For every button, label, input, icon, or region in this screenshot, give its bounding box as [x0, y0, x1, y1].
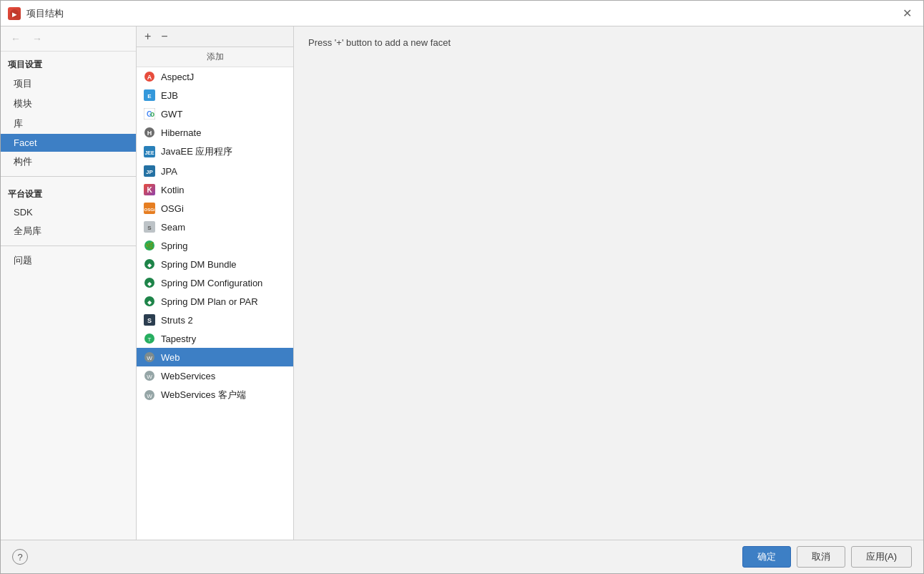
svg-text:W: W [147, 374, 152, 380]
title-bar: ▶ 项目结构 ✕ [1, 1, 923, 26]
list-item-javaee-label: JavaEE 应用程序 [161, 145, 232, 158]
list-item-springdmplan[interactable]: ◆ Spring DM Plan or PAR [137, 292, 293, 311]
osgi-icon: OSGi [144, 203, 155, 214]
svg-text:T: T [148, 336, 152, 343]
sidebar-divider-1 [1, 176, 136, 177]
sidebar-divider-2 [1, 245, 136, 246]
svg-text:◆: ◆ [147, 281, 152, 287]
list-item-tapestry-label: Tapestry [161, 334, 196, 344]
main-content: ← → 项目设置 项目 模块 库 Facet 构件 平台设置 SDK 全局库 问… [1, 26, 923, 540]
svg-text:A: A [147, 74, 152, 81]
svg-text:W: W [147, 393, 152, 399]
list-item-web-label: Web [161, 352, 180, 363]
list-item-springdmbundle[interactable]: ◆ Spring DM Bundle [137, 255, 293, 273]
sidebar: ← → 项目设置 项目 模块 库 Facet 构件 平台设置 SDK 全局库 问… [1, 26, 137, 540]
list-item-javaee[interactable]: JEE JavaEE 应用程序 [137, 142, 293, 162]
remove-facet-button[interactable]: − [157, 29, 171, 44]
list-item-webservices[interactable]: W WebServices [137, 366, 293, 385]
list-item-springdmconfig[interactable]: ◆ Spring DM Configuration [137, 273, 293, 292]
ejb-icon: E [144, 89, 155, 101]
app-icon: ▶ [8, 7, 21, 20]
svg-text:JP: JP [146, 169, 153, 175]
list-item-springdmplan-label: Spring DM Plan or PAR [161, 296, 258, 307]
spring-icon: 🌿 [144, 240, 155, 251]
help-button[interactable]: ? [12, 549, 28, 565]
hibernate-icon: H [144, 127, 155, 138]
list-item-kotlin-label: Kotlin [161, 185, 185, 195]
sidebar-item-global-library[interactable]: 全局库 [1, 221, 136, 241]
main-area: Press '+' button to add a new facet [294, 26, 923, 540]
springdmbundle-icon: ◆ [144, 258, 155, 270]
sidebar-item-library[interactable]: 库 [1, 114, 136, 134]
cancel-button[interactable]: 取消 [797, 546, 845, 568]
list-item-aspectj[interactable]: A AspectJ [137, 67, 293, 86]
section2-title: 平台设置 [1, 181, 136, 203]
svg-text:JEE: JEE [144, 150, 154, 155]
list-item-hibernate-label: Hibernate [161, 127, 201, 138]
bottom-buttons: 确定 取消 应用(A) [742, 546, 912, 568]
section1-title: 项目设置 [1, 52, 136, 74]
list-item-webservicesclient-label: WebServices 客户端 [161, 389, 246, 402]
back-button[interactable]: ← [6, 31, 25, 47]
springdmplan-icon: ◆ [144, 296, 155, 307]
list-item-web[interactable]: W Web [137, 348, 293, 366]
list-item-ejb-label: EJB [161, 90, 178, 101]
forward-button[interactable]: → [28, 31, 46, 47]
list-item-springdmbundle-label: Spring DM Bundle [161, 259, 237, 270]
list-item-gwt-label: GWT [161, 109, 182, 120]
svg-text:◆: ◆ [147, 262, 152, 268]
list-item-hibernate[interactable]: H Hibernate [137, 123, 293, 142]
web-icon: W [144, 351, 155, 363]
svg-text:K: K [147, 186, 152, 194]
list-item-tapestry[interactable]: T Tapestry [137, 329, 293, 348]
list-item-jpa-label: JPA [161, 166, 177, 177]
svg-text:o: o [150, 110, 154, 118]
sidebar-item-artifact[interactable]: 构件 [1, 152, 136, 172]
dropdown-section-label: 添加 [137, 47, 293, 67]
list-item-gwt[interactable]: G o GWT [137, 104, 293, 123]
project-structure-dialog: ▶ 项目结构 ✕ ← → 项目设置 项目 模块 库 Facet 构件 平台设置 … [0, 0, 924, 574]
struts2-icon: S [144, 314, 155, 326]
list-item-webservices-label: WebServices [161, 371, 215, 381]
list-item-webservicesclient[interactable]: W WebServices 客户端 [137, 385, 293, 405]
sidebar-item-sdk[interactable]: SDK [1, 203, 136, 221]
webservices-icon: W [144, 370, 155, 381]
list-item-osgi[interactable]: OSGi OSGi [137, 199, 293, 218]
list-item-springdmconfig-label: Spring DM Configuration [161, 278, 262, 288]
facet-list-panel: + − 添加 A AspectJ [137, 26, 294, 540]
list-item-seam[interactable]: S Seam [137, 218, 293, 236]
svg-text:S: S [147, 225, 152, 231]
sidebar-item-facet[interactable]: Facet [1, 134, 136, 152]
nav-buttons: ← → [1, 26, 136, 52]
seam-icon: S [144, 221, 155, 233]
svg-text:H: H [147, 130, 152, 137]
sidebar-item-module[interactable]: 模块 [1, 94, 136, 114]
add-facet-button[interactable]: + [141, 29, 154, 44]
list-item-spring[interactable]: 🌿 Spring [137, 236, 293, 255]
facet-toolbar: + − [137, 26, 293, 47]
bottom-bar: ? 确定 取消 应用(A) [1, 540, 923, 573]
right-panel: + − 添加 A AspectJ [137, 26, 923, 540]
list-item-ejb[interactable]: E EJB [137, 86, 293, 104]
svg-text:▶: ▶ [12, 11, 17, 18]
list-item-kotlin[interactable]: K Kotlin [137, 180, 293, 199]
jpa-icon: JP [144, 165, 155, 177]
javaee-icon: JEE [144, 146, 155, 157]
sidebar-item-project[interactable]: 项目 [1, 74, 136, 94]
apply-button[interactable]: 应用(A) [851, 546, 912, 568]
svg-text:E: E [147, 93, 152, 99]
confirm-button[interactable]: 确定 [742, 546, 791, 568]
kotlin-icon: K [144, 184, 155, 195]
springdmconfig-icon: ◆ [144, 277, 155, 288]
facet-area: + − 添加 A AspectJ [137, 26, 923, 540]
title-bar-left: ▶ 项目结构 [8, 7, 64, 20]
list-item-osgi-label: OSGi [161, 203, 184, 214]
sidebar-item-problems[interactable]: 问题 [1, 250, 136, 271]
list-item-seam-label: Seam [161, 222, 185, 233]
list-item-struts2[interactable]: S Struts 2 [137, 311, 293, 329]
list-item-jpa[interactable]: JP JPA [137, 162, 293, 180]
svg-text:◆: ◆ [147, 299, 152, 306]
svg-text:W: W [147, 355, 152, 361]
close-button[interactable]: ✕ [898, 6, 916, 21]
dialog-title: 项目结构 [26, 7, 64, 20]
